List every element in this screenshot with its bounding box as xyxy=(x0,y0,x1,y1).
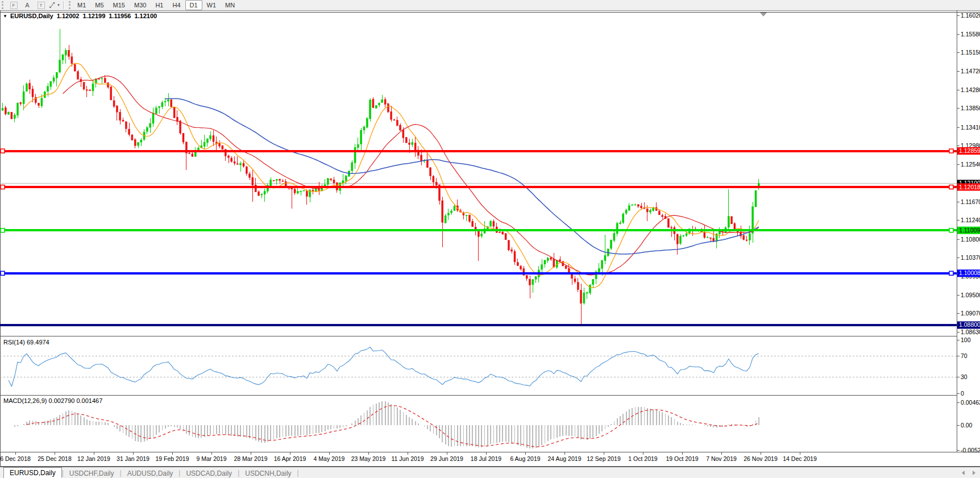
open-value: 1.12002 xyxy=(57,13,80,19)
candle-body xyxy=(381,99,383,102)
hline-handle[interactable] xyxy=(949,228,953,232)
high-value: 1.12199 xyxy=(82,13,105,19)
tab-usdcad-daily[interactable]: USDCAD,Daily xyxy=(180,468,238,478)
candle-body xyxy=(26,84,27,92)
price-tick-label: 1.13850 xyxy=(961,105,980,111)
candle-body xyxy=(32,89,34,97)
candle-body xyxy=(246,167,247,173)
candle-body xyxy=(14,115,15,118)
date-tick-label: 1 Oct 2019 xyxy=(628,455,658,462)
rsi-tick-label: 30 xyxy=(961,373,967,380)
timeframe-m30-button[interactable]: M30 xyxy=(130,0,151,10)
candle-body xyxy=(435,182,437,185)
collapse-caret-icon[interactable]: ▼ xyxy=(3,14,7,19)
date-tick-label: 6 Dec 2018 xyxy=(0,455,31,462)
fibonacci-icon[interactable]: F xyxy=(8,1,19,10)
chart-canvas[interactable]: 1.160201.155801.151501.147201.142801.138… xyxy=(0,10,980,466)
candle-body xyxy=(490,221,492,226)
hline-handle[interactable] xyxy=(1,228,5,232)
candle-body xyxy=(662,215,663,217)
candle-body xyxy=(180,121,181,133)
hline-handle[interactable] xyxy=(949,149,953,153)
tab-usdcnh-daily[interactable]: USDCNH,Daily xyxy=(239,468,297,478)
candle-body xyxy=(176,117,178,121)
date-tick-label: 26 Nov 2019 xyxy=(744,455,778,462)
candle-body xyxy=(445,215,446,223)
date-tick-label: 28 Mar 2019 xyxy=(234,455,268,462)
chart-shift-marker-icon[interactable] xyxy=(760,13,767,16)
candle-body xyxy=(414,143,416,151)
tab-audusd-daily[interactable]: AUDUSD,Daily xyxy=(122,468,179,478)
candle-body xyxy=(412,143,413,145)
candle-body xyxy=(749,234,750,240)
text-icon[interactable]: A xyxy=(22,1,33,10)
macd-tick-label: 0.00463 xyxy=(961,399,980,406)
candle-body xyxy=(746,240,748,240)
hline-handle[interactable] xyxy=(949,185,953,189)
tab-scroll-left-icon[interactable] xyxy=(962,471,965,475)
candle-body xyxy=(481,234,483,236)
candle-body xyxy=(155,108,157,114)
arrows-icon[interactable]: ↗↙ ▼ xyxy=(49,1,60,10)
hline-handle[interactable] xyxy=(1,271,5,275)
candle-body xyxy=(5,107,6,114)
candle-body xyxy=(77,72,79,80)
label-icon[interactable]: T xyxy=(35,1,47,10)
candle-body xyxy=(393,120,395,120)
timeframe-m1-button[interactable]: M1 xyxy=(73,0,90,10)
candle-body xyxy=(707,237,708,238)
chevron-down-icon[interactable]: ▼ xyxy=(57,3,60,7)
candle-body xyxy=(131,135,133,140)
macd-main-value: 0.002790 xyxy=(48,397,74,404)
timeframe-mn-button[interactable]: MN xyxy=(221,0,239,10)
candle-body xyxy=(171,100,172,107)
timeframe-h1-button[interactable]: H1 xyxy=(151,0,168,10)
candle-body xyxy=(128,129,130,134)
candle-body xyxy=(59,60,61,72)
candle-body xyxy=(526,275,528,279)
toolbar-grip[interactable] xyxy=(69,1,73,9)
date-tick-label: 29 Jun 2019 xyxy=(430,455,463,462)
date-tick-label: 23 May 2019 xyxy=(351,455,386,462)
candle-body xyxy=(616,223,618,234)
timeframe-d1-button[interactable]: D1 xyxy=(185,0,202,10)
candle-body xyxy=(56,72,57,78)
chart-window[interactable]: ▼EURUSD,Daily1.120021.121991.119561.1210… xyxy=(0,10,980,466)
candle-body xyxy=(632,205,633,205)
price-tick-label: 1.10800 xyxy=(961,236,980,243)
candle-body xyxy=(62,55,64,60)
toolbar-grip[interactable] xyxy=(2,1,6,9)
hline-handle[interactable] xyxy=(949,271,953,275)
candle-body xyxy=(676,234,678,244)
candle-body xyxy=(704,232,705,238)
candle-body xyxy=(255,185,256,192)
candle-body xyxy=(327,178,329,185)
timeframe-w1-button[interactable]: W1 xyxy=(202,0,221,10)
candle-body xyxy=(231,158,232,161)
candle-body xyxy=(140,140,142,142)
candle-body xyxy=(161,102,163,107)
candle-body xyxy=(755,190,757,207)
candle-body xyxy=(279,179,281,180)
hline-handle[interactable] xyxy=(1,185,5,189)
timeframe-m5-button[interactable]: M5 xyxy=(90,0,108,10)
candle-body xyxy=(270,180,272,186)
price-tick-label: 1.15580 xyxy=(961,31,980,38)
candle-body xyxy=(243,163,244,167)
tab-eurusd-daily[interactable]: EURUSD,Daily xyxy=(3,467,62,478)
timeframe-h4-button[interactable]: H4 xyxy=(168,0,185,10)
candle-body xyxy=(20,102,22,103)
candle-body xyxy=(710,238,712,238)
tab-scroll-right-icon[interactable] xyxy=(973,471,975,475)
tab-usdchf-daily[interactable]: USDCHF,Daily xyxy=(64,468,120,478)
candle-body xyxy=(98,79,100,80)
hline-handle[interactable] xyxy=(1,149,5,153)
timeframe-m15-button[interactable]: M15 xyxy=(109,0,130,10)
candle-body xyxy=(219,143,221,146)
candle-body xyxy=(38,103,40,106)
candle-body xyxy=(222,146,223,149)
candle-body xyxy=(261,194,263,195)
candle-body xyxy=(637,205,639,206)
candle-body xyxy=(613,234,615,240)
candle-body xyxy=(400,125,401,130)
